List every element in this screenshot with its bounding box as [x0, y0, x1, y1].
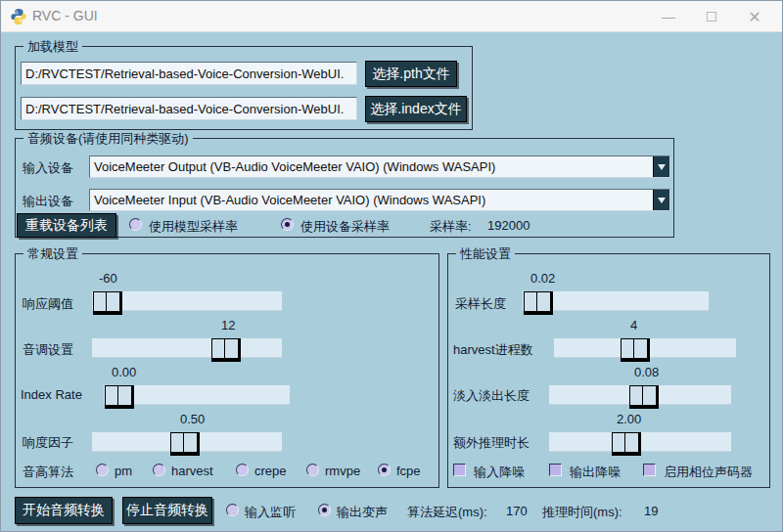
- crossfade-length-slider-handle[interactable]: [629, 385, 659, 409]
- threshold-slider-track[interactable]: [92, 291, 282, 311]
- output-voice-radio[interactable]: [318, 504, 331, 516]
- pitch-algo-label: 音高算法: [23, 464, 73, 481]
- extra-inference-time-slider-track[interactable]: [549, 432, 731, 452]
- maximize-button[interactable]: ☐: [690, 1, 733, 32]
- start-conversion-button[interactable]: 开始音频转换: [15, 497, 113, 524]
- input-device-select[interactable]: VoiceMeeter Output (VB-Audio VoiceMeeter…: [89, 155, 670, 178]
- harvest-processes-value: 4: [630, 318, 637, 332]
- threshold-label: 响应阈值: [23, 295, 73, 313]
- pitch-algo-rmvpe-label[interactable]: rmvpe: [325, 464, 360, 478]
- extra-inference-time-slider-handle[interactable]: [612, 432, 641, 456]
- pitch-setting-value: 12: [221, 318, 235, 332]
- harvest-processes-slider-handle[interactable]: [621, 338, 650, 362]
- index-rate-label: Index Rate: [21, 387, 82, 402]
- window-title: RVC - GUI: [32, 8, 98, 23]
- general-settings-group: 常规设置: [15, 253, 439, 488]
- pitch-setting-label: 音调设置: [23, 341, 73, 359]
- threshold-slider-handle[interactable]: [93, 291, 122, 315]
- pitch-algo-harvest-radio[interactable]: [153, 464, 165, 476]
- crossfade-length-slider-track[interactable]: [549, 385, 731, 405]
- general-settings-group-title: 常规设置: [23, 245, 82, 263]
- pitch-algo-crepe-label[interactable]: crepe: [254, 464, 287, 478]
- pitch-algo-fcpe-label[interactable]: fcpe: [396, 464, 421, 478]
- loudness-factor-label: 响度因子: [23, 434, 73, 452]
- index-rate-slider-track[interactable]: [104, 385, 290, 405]
- inference-time-value: 19: [644, 504, 658, 518]
- sample-length-value: 0.02: [530, 271, 555, 286]
- use-device-samplerate-label[interactable]: 使用设备采样率: [300, 218, 390, 236]
- crossfade-length-value: 0.08: [634, 365, 659, 379]
- harvest-processes-slider-track[interactable]: [554, 338, 736, 358]
- sample-length-slider-handle[interactable]: [524, 291, 553, 315]
- load-model-group-title: 加载模型: [23, 38, 82, 56]
- app-window: RVC - GUI — ☐ ✕ 加载模型 选择.pth文件 选择.index文件…: [0, 0, 783, 532]
- index-path-input[interactable]: [21, 97, 357, 120]
- performance-settings-group: 性能设置: [447, 253, 770, 488]
- use-model-samplerate-label[interactable]: 使用模型采样率: [149, 218, 238, 236]
- sample-length-label: 采样长度: [455, 295, 506, 313]
- select-index-button[interactable]: 选择.index文件: [365, 96, 467, 122]
- output-denoise-checkbox[interactable]: [549, 464, 562, 476]
- extra-inference-time-label: 额外推理时长: [453, 434, 530, 452]
- pth-path-input[interactable]: [21, 62, 357, 85]
- phase-vocoder-checkbox[interactable]: [643, 464, 656, 476]
- crossfade-length-label: 淡入淡出长度: [453, 387, 530, 405]
- select-pth-button[interactable]: 选择.pth文件: [365, 61, 457, 87]
- latency-label: 算法延迟(ms):: [407, 504, 487, 521]
- title-bar: RVC - GUI — ☐ ✕: [1, 1, 782, 32]
- pitch-algo-harvest-label[interactable]: harvest: [171, 464, 213, 478]
- samplerate-label: 采样率:: [430, 218, 472, 236]
- loudness-factor-value: 0.50: [180, 412, 205, 426]
- audio-devices-group-title: 音频设备(请使用同种类驱动): [23, 130, 193, 148]
- input-device-label: 输入设备: [23, 159, 73, 177]
- pitch-algo-rmvpe-radio[interactable]: [306, 464, 319, 476]
- input-denoise-label[interactable]: 输入降噪: [474, 464, 525, 481]
- input-monitor-label[interactable]: 输入监听: [245, 504, 296, 521]
- pitch-algo-fcpe-radio[interactable]: [378, 464, 391, 476]
- index-rate-value: 0.00: [112, 365, 136, 379]
- performance-settings-group-title: 性能设置: [456, 245, 515, 263]
- input-device-dropdown-arrow-icon[interactable]: [653, 156, 669, 177]
- extra-inference-time-value: 2.00: [617, 412, 641, 426]
- pitch-setting-slider-track[interactable]: [92, 338, 282, 358]
- samplerate-value: 192000: [487, 218, 530, 233]
- pitch-setting-slider-handle[interactable]: [211, 338, 241, 362]
- use-device-samplerate-radio[interactable]: [281, 218, 294, 231]
- minimize-button[interactable]: —: [647, 1, 690, 32]
- python-app-icon: [10, 8, 27, 25]
- pitch-algo-crepe-radio[interactable]: [236, 464, 249, 476]
- output-denoise-label[interactable]: 输出降噪: [570, 464, 621, 481]
- input-denoise-checkbox[interactable]: [453, 464, 466, 476]
- output-voice-label[interactable]: 输出变声: [337, 504, 388, 521]
- reload-devices-button[interactable]: 重载设备列表: [17, 213, 116, 238]
- loudness-factor-slider-track[interactable]: [92, 432, 282, 452]
- output-device-select[interactable]: VoiceMeeter Input (VB-Audio VoiceMeeter …: [89, 189, 670, 211]
- phase-vocoder-label[interactable]: 启用相位声码器: [664, 464, 753, 481]
- latency-value: 170: [506, 504, 528, 518]
- pitch-algo-pm-radio[interactable]: [96, 464, 109, 476]
- loudness-factor-slider-handle[interactable]: [170, 432, 200, 456]
- input-monitor-radio[interactable]: [226, 504, 239, 516]
- use-model-samplerate-radio[interactable]: [129, 218, 142, 231]
- pitch-algo-pm-label[interactable]: pm: [115, 464, 132, 478]
- threshold-value: -60: [99, 271, 117, 286]
- close-button[interactable]: ✕: [733, 1, 776, 32]
- output-device-dropdown-arrow-icon[interactable]: [653, 190, 669, 210]
- harvest-processes-label: harvest进程数: [453, 341, 533, 359]
- index-rate-slider-handle[interactable]: [105, 385, 134, 409]
- output-device-label: 输出设备: [23, 193, 73, 210]
- inference-time-label: 推理时间(ms):: [542, 504, 622, 521]
- stop-conversion-button[interactable]: 停止音频转换: [122, 497, 212, 524]
- sample-length-slider-track[interactable]: [523, 291, 709, 311]
